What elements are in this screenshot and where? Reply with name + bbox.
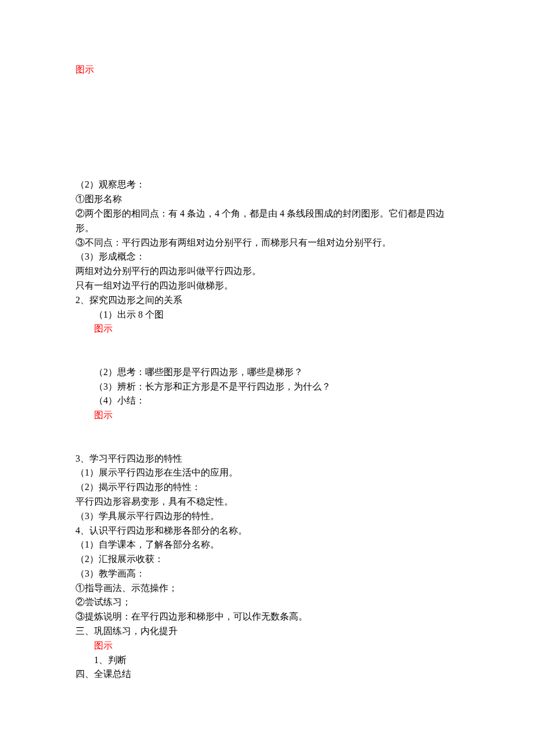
- blank-line: [75, 437, 459, 452]
- summary: （4）小结：: [75, 394, 459, 408]
- figure-label: 图示: [75, 63, 459, 77]
- blank-line: [75, 120, 459, 135]
- property-unstable: 平行四边形容易变形，具有不稳定性。: [75, 495, 459, 509]
- think-which: （2）思考：哪些图形是平行四边形，哪些是梯形？: [75, 365, 459, 380]
- reveal-property: （2）揭示平行四边形的特性：: [75, 480, 459, 495]
- blank-line: [75, 149, 459, 164]
- item-differences: ③不同点：平行四边形有两组对边分别平行，而梯形只有一组对边分别平行。: [75, 236, 459, 250]
- figure-label: 图示: [75, 639, 459, 653]
- section-2-observe: （2）观察思考：: [75, 178, 459, 192]
- section-consolidate: 三、巩固练习，内化提升: [75, 624, 459, 639]
- refine-explain: ③提炼说明：在平行四边形和梯形中，可以作无数条高。: [75, 610, 459, 624]
- section-full-summary: 四、全课总结: [75, 667, 459, 682]
- blank-line: [75, 164, 459, 178]
- guide-method: ①指导画法、示范操作；: [75, 581, 459, 596]
- section-explore: 2、探究四边形之间的关系: [75, 293, 459, 308]
- item-shape-name: ①图形名称: [75, 192, 459, 207]
- report-harvest: （2）汇报展示收获：: [75, 552, 459, 567]
- blank-line: [75, 77, 459, 92]
- self-study: （1）自学课本，了解各部分名称。: [75, 538, 459, 552]
- blank-line: [75, 351, 459, 365]
- teach-draw-height: （3）教学画高：: [75, 567, 459, 581]
- figure-label: 图示: [75, 322, 459, 336]
- show-application: （1）展示平行四边形在生活中的应用。: [75, 466, 459, 480]
- blank-line: [75, 92, 459, 106]
- section-learn-properties: 3、学习平行四边形的特性: [75, 452, 459, 466]
- section-recognize-names: 4、认识平行四边形和梯形各部分的名称。: [75, 524, 459, 538]
- concept-trapezoid: 只有一组对边平行的四边形叫做梯形。: [75, 279, 459, 293]
- blank-line: [75, 106, 459, 120]
- blank-line: [75, 336, 459, 351]
- analyze-rect-square: （3）辨析：长方形和正方形是不是平行四边形，为什么？: [75, 380, 459, 394]
- concept-parallelogram: 两组对边分别平行的四边形叫做平行四边形。: [75, 264, 459, 279]
- judge: 1、判断: [75, 653, 459, 668]
- blank-line: [75, 423, 459, 437]
- tool-demonstrate: （3）学具展示平行四边形的特性。: [75, 509, 459, 524]
- figure-label: 图示: [75, 408, 459, 423]
- show-8-figures: （1）出示 8 个图: [75, 308, 459, 322]
- try-practice: ②尝试练习；: [75, 595, 459, 610]
- document-page: 图示 （2）观察思考： ①图形名称 ②两个图形的相同点：有 4 条边，4 个角，…: [0, 0, 534, 756]
- section-3-concept: （3）形成概念：: [75, 250, 459, 264]
- item-similarities: ②两个图形的相同点：有 4 条边，4 个角，都是由 4 条线段围成的封闭图形。它…: [75, 207, 459, 236]
- blank-line: [75, 135, 459, 149]
